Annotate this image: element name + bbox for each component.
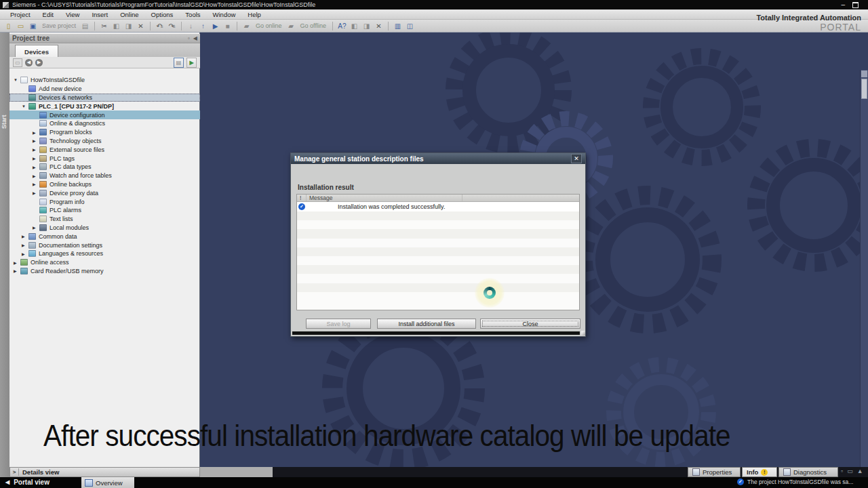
filter-view-icon[interactable]: ▤ [174, 58, 184, 68]
start-side-tab[interactable]: Start [0, 33, 10, 477]
paste-icon[interactable]: ◨ [123, 21, 134, 30]
expand-arrow-icon[interactable]: ▶ [14, 268, 20, 273]
navigate-forward-icon[interactable]: ▶ [35, 59, 43, 66]
expand-arrow-icon[interactable]: ▶ [33, 225, 39, 230]
float-panel-icon[interactable]: ▫ [841, 468, 843, 474]
tree-item-program-blocks[interactable]: ▶Program blocks [9, 128, 200, 137]
split-editor-vertical-icon[interactable]: ◫ [405, 21, 415, 30]
tree-item-text-lists[interactable]: Text lists [9, 215, 200, 224]
expand-arrow-icon[interactable]: ▶ [22, 243, 28, 247]
copy-icon[interactable]: ◧ [111, 21, 121, 30]
menu-tools[interactable]: Tools [179, 11, 206, 18]
expand-arrow-icon[interactable]: ▶ [33, 147, 39, 152]
tree-item-plc-data-types[interactable]: ▶PLC data types [9, 163, 200, 171]
open-project-icon[interactable]: ▭ [16, 21, 26, 30]
close-button[interactable]: Close [480, 319, 580, 329]
restore-icon[interactable] [852, 2, 859, 8]
tree-item-common-data[interactable]: ▶Common data [9, 232, 200, 241]
go-offline-icon[interactable]: ▰ [286, 21, 296, 30]
start-cpu-icon[interactable]: ▶ [210, 21, 220, 30]
tree-item-languages-resources[interactable]: ▶Languages & resources [9, 249, 200, 258]
redo-icon[interactable]: ↷± [167, 21, 177, 30]
tree-item-online-backups[interactable]: ▶Online backups [9, 180, 200, 189]
expand-arrow-icon[interactable]: ▶ [22, 251, 28, 256]
expand-arrow-icon[interactable]: ▶ [14, 260, 20, 265]
expand-details-icon[interactable]: > [10, 468, 19, 476]
dialog-titlebar[interactable]: Manage general station description files… [291, 153, 585, 164]
scrollbar-thumb[interactable] [861, 79, 867, 99]
expand-arrow-icon[interactable]: ▶ [22, 234, 28, 239]
minimize-icon[interactable]: – [841, 1, 845, 8]
new-project-icon[interactable]: ▯ [3, 21, 14, 30]
tree-item-howtoinstalgsdfile[interactable]: ▼HowToInstalGSDfile [9, 76, 200, 85]
expand-arrow-icon[interactable]: ▶ [33, 138, 39, 143]
enable-project-library-icon[interactable]: ▶ [186, 58, 197, 68]
menu-help[interactable]: Help [241, 11, 267, 18]
start-simulation-icon[interactable]: ◧ [349, 21, 359, 30]
install-additional-files-button[interactable]: Install additional files [377, 319, 476, 329]
tree-item-plc-alarms[interactable]: PLC alarms [9, 206, 200, 215]
expand-arrow-icon[interactable]: ▶ [33, 130, 39, 135]
details-view-bar[interactable]: > Details view [9, 467, 200, 477]
tab-properties[interactable]: Properties [688, 467, 741, 477]
stop-cpu-icon[interactable]: ■ [222, 21, 233, 30]
undo-icon[interactable]: ↶± [155, 21, 165, 30]
cut-icon[interactable]: ✂ [99, 21, 109, 30]
dialog-resize-handle[interactable] [581, 331, 585, 336]
menu-online[interactable]: Online [114, 11, 144, 18]
auto-collapse-icon[interactable]: ▫ [188, 35, 190, 41]
result-row[interactable]: ✓ Installation was completed successfull… [297, 202, 579, 211]
menu-view[interactable]: View [60, 11, 85, 18]
tree-item-watch-and-force-tables[interactable]: ▶Watch and force tables [9, 171, 200, 180]
print-icon[interactable]: ▤ [80, 21, 90, 30]
vertical-scrollbar[interactable] [860, 70, 868, 467]
menu-window[interactable]: Window [207, 11, 242, 18]
tree-item-online-diagnostics[interactable]: Online & diagnostics [9, 119, 200, 128]
scroll-up-icon[interactable] [861, 70, 867, 77]
tree-item-card-reader-usb-memory[interactable]: ▶Card Reader/USB memory [9, 267, 200, 276]
new-folder-icon[interactable]: ▭ [13, 58, 22, 67]
accessible-devices-icon[interactable]: A? [337, 21, 347, 30]
cross-references-icon[interactable]: ◨ [361, 21, 372, 30]
dialog-close-icon[interactable]: ✕ [571, 154, 582, 163]
tab-devices[interactable]: Devices [15, 45, 58, 58]
go-online-button[interactable]: Go online [256, 22, 282, 29]
expand-panel-icon[interactable]: ▲ [857, 468, 863, 474]
collapse-arrow-icon[interactable]: ▼ [14, 78, 20, 82]
expand-arrow-icon[interactable]: ▶ [33, 174, 39, 178]
tree-item-program-info[interactable]: Program info [9, 197, 200, 206]
expand-arrow-icon[interactable]: ▶ [33, 156, 39, 161]
minimize-panel-icon[interactable]: ▭ [847, 468, 853, 474]
save-project-button[interactable]: Save project [42, 22, 76, 29]
upload-from-device-icon[interactable]: ↑ [198, 21, 208, 30]
delete-icon[interactable]: ✕ [136, 21, 146, 30]
collapse-arrow-icon[interactable]: ▼ [22, 104, 28, 108]
go-online-icon[interactable]: ▰ [241, 21, 252, 30]
menu-options[interactable]: Options [145, 11, 180, 18]
tab-overview[interactable]: Overview [81, 477, 134, 488]
tree-item-technology-objects[interactable]: ▶Technology objects [9, 137, 200, 146]
menu-edit[interactable]: Edit [37, 11, 60, 18]
tab-info[interactable]: Info ! [742, 467, 777, 477]
collapse-panel-icon[interactable]: ◀ [193, 35, 197, 41]
tree-item-devices-networks[interactable]: Devices & networks [9, 94, 200, 102]
save-project-icon[interactable]: ▣ [28, 21, 38, 30]
expand-arrow-icon[interactable]: ▶ [33, 190, 39, 195]
navigate-back-icon[interactable]: ◀ [25, 59, 33, 66]
tree-item-external-source-files[interactable]: ▶External source files [9, 145, 200, 154]
split-editor-horizontal-icon[interactable]: ▥ [393, 21, 403, 30]
menu-project[interactable]: Project [4, 11, 37, 18]
save-log-button[interactable]: Save log [306, 319, 371, 329]
expand-arrow-icon[interactable]: ▶ [33, 182, 39, 186]
close-editor-icon[interactable]: ✕ [374, 21, 384, 30]
expand-arrow-icon[interactable]: ▶ [33, 165, 39, 169]
tree-item-local-modules[interactable]: ▶Local modules [9, 224, 200, 232]
download-to-device-icon[interactable]: ↓ [186, 21, 196, 30]
tree-item-add-new-device[interactable]: Add new device [9, 85, 200, 94]
tree-item-device-configuration[interactable]: Device configuration [9, 110, 200, 119]
tree-item-plc-tags[interactable]: ▶PLC tags [9, 154, 200, 163]
portal-view-button[interactable]: ◀ Portal view [5, 479, 50, 486]
tree-item-device-proxy-data[interactable]: ▶Device proxy data [9, 188, 200, 197]
tree-item-plc-1-cpu-317-2-pn-dp[interactable]: ▼PLC_1 [CPU 317-2 PN/DP] [9, 102, 200, 110]
menu-insert[interactable]: Insert [85, 11, 114, 18]
